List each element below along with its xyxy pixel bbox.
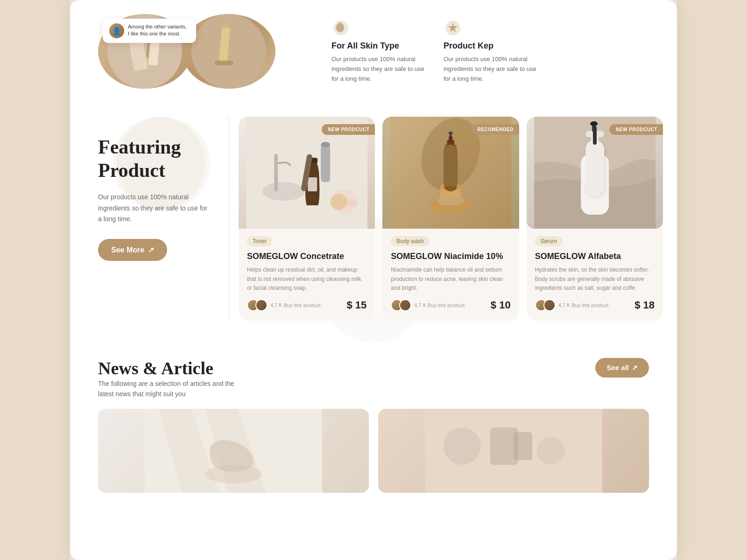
buyer-text-1: 4.7 K Buy this product [414, 302, 465, 308]
product-price-1: $ 10 [491, 299, 511, 311]
product-card-2[interactable]: NEW PRODCUCT [527, 117, 663, 321]
feature-item-0: For All Skin Type Our products use 100% … [331, 19, 425, 84]
svg-rect-36 [585, 131, 604, 137]
product-desc-0: Helps clean up residual dirt, oil, and m… [247, 266, 366, 293]
svg-point-4 [191, 14, 266, 89]
svg-rect-14 [307, 158, 317, 163]
product-circle-image-2 [182, 14, 275, 89]
svg-rect-7 [215, 61, 233, 65]
product-price-0: $ 15 [347, 299, 367, 311]
featuring-left-panel: FeaturingProduct Our products use 100% n… [70, 107, 229, 330]
featuring-title: FeaturingProduct [98, 135, 210, 182]
product-badge-2: NEW PRODCUCT [609, 124, 663, 135]
svg-rect-45 [514, 432, 532, 460]
top-features: For All Skin Type Our products use 100% … [331, 14, 649, 84]
svg-rect-34 [583, 156, 587, 184]
feature-icon-0 [331, 19, 350, 37]
svg-point-6 [220, 23, 229, 28]
reviewer-avatar [109, 23, 124, 38]
svg-rect-15 [308, 177, 317, 191]
buyer-avatars-0 [247, 299, 268, 311]
svg-point-38 [590, 121, 598, 126]
buyer-avatars-2 [535, 299, 556, 311]
feature-desc-1: Our products use 100% natural ingredient… [444, 55, 537, 84]
news-card-0[interactable] [98, 409, 369, 493]
product-desc-1: Niacinamide can help balance oil and seb… [391, 266, 510, 293]
svg-rect-18 [321, 145, 330, 182]
svg-point-42 [444, 427, 481, 465]
product-footer-1: 4.7 K Buy this product $ 10 [382, 299, 519, 311]
news-header-left: News & Article The following are a selec… [98, 358, 247, 399]
product-buyers-1: 4.7 K Buy this product [391, 299, 465, 311]
buyer-avatar-1-1 [399, 299, 411, 311]
feature-desc-0: Our products use 100% natural ingredient… [331, 55, 425, 84]
product-name-0: SOMEGLOW Concetrate [247, 251, 366, 262]
product-buyers-2: 4.7 K Buy this product [535, 299, 609, 311]
product-badge-0: NEW PRODCUCT [322, 124, 375, 135]
see-all-arrow-icon: ↗ [632, 364, 638, 372]
product-category-2: Serum [535, 236, 563, 246]
news-title: News & Article [98, 358, 247, 378]
feature-item-1: Product Kep Our products use 100% natura… [444, 19, 537, 84]
svg-point-19 [321, 142, 330, 147]
product-card-body-0: Toner SOMEGLOW Concetrate Helps clean up… [239, 229, 375, 293]
review-bubble: Among the other variants, I like this on… [103, 19, 196, 43]
product-card-1[interactable]: RECOMENDED [382, 117, 519, 321]
news-header-right: See all ↗ [595, 358, 649, 378]
buyer-text-2: 4.7 K Buy this product [558, 302, 609, 308]
product-buyers-0: 4.7 K Buy this product [247, 299, 321, 311]
buyer-avatars-1 [391, 299, 411, 311]
news-cards [98, 409, 649, 493]
product-category-1: Body wash [391, 236, 430, 246]
product-footer-2: 4.7 K Buy this product $ 18 [527, 299, 663, 311]
news-section: News & Article The following are a selec… [70, 349, 677, 511]
news-header: News & Article The following are a selec… [98, 358, 649, 399]
svg-rect-31 [445, 156, 456, 175]
product-card-0[interactable]: NEW PRODCUCT [239, 117, 375, 321]
featuring-section: FeaturingProduct Our products use 100% n… [70, 98, 677, 349]
svg-point-12 [262, 182, 304, 201]
product-desc-2: Hydrates the skin, so the skin becomes s… [535, 266, 655, 293]
svg-rect-13 [274, 154, 278, 191]
products-grid: NEW PRODCUCT [229, 107, 677, 330]
product-name-1: SOMEGLOW Niacimide 10% [391, 251, 510, 262]
featuring-desc: Our products use 100% natural ingredient… [98, 192, 210, 225]
product-card-body-2: Serum SOMEGLOW Alfabeta Hydrates the ski… [527, 229, 663, 293]
product-card-body-1: Body wash SOMEGLOW Niacimide 10% Niacina… [382, 229, 519, 293]
see-all-button[interactable]: See all ↗ [595, 358, 649, 378]
see-more-button[interactable]: See More ↗ [98, 239, 167, 261]
news-subtitle: The following are a selection of article… [98, 378, 247, 399]
product-badge-1: RECOMENDED [471, 124, 519, 135]
feature-title-0: For All Skin Type [331, 41, 425, 51]
svg-point-30 [448, 132, 453, 134]
see-more-label: See More [111, 246, 144, 254]
svg-point-44 [537, 437, 565, 465]
product-category-0: Toner [247, 236, 272, 246]
product-footer-0: 4.7 K Buy this product $ 15 [239, 299, 375, 311]
top-images-section: Among the other variants, I like this on… [98, 14, 313, 89]
feature-icon-1 [444, 19, 462, 37]
svg-point-17 [331, 189, 357, 214]
buyer-avatar-0-1 [255, 299, 268, 311]
buyer-avatar-2-1 [543, 299, 556, 311]
buyer-text-0: 4.7 K Buy this product [270, 302, 321, 308]
see-all-label: See all [606, 364, 629, 371]
news-card-1[interactable] [378, 409, 649, 493]
review-text: Among the other variants, I like this on… [128, 23, 190, 38]
product-price-2: $ 18 [634, 299, 655, 311]
product-name-2: SOMEGLOW Alfabeta [535, 251, 655, 262]
feature-title-1: Product Kep [444, 41, 537, 51]
see-more-arrow-icon: ↗ [148, 245, 154, 254]
